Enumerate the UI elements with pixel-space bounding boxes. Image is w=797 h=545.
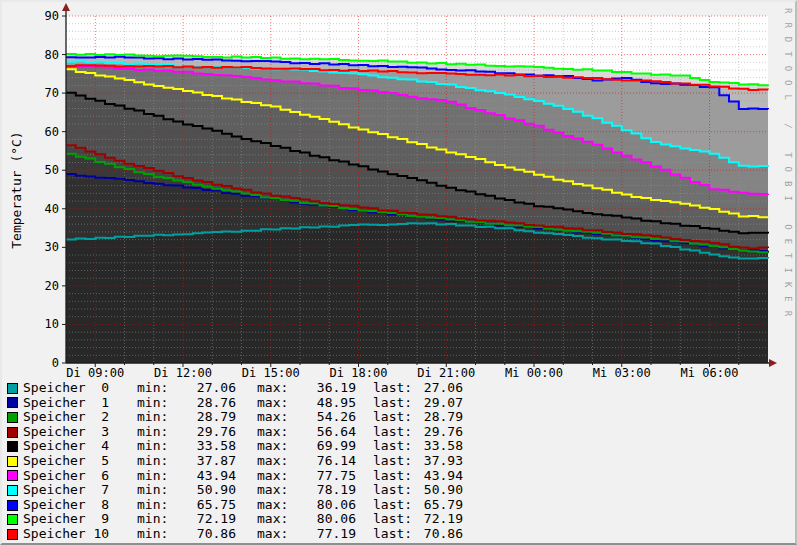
legend-row: Speicher 4min:33.58max:69.99last:33.58: [0, 439, 797, 454]
svg-text:30: 30: [45, 240, 59, 254]
legend-last-value: 50.90: [413, 483, 463, 498]
legend-swatch: [7, 529, 18, 540]
legend-row: Speicher 5min:37.87max:76.14last:37.93: [0, 454, 797, 469]
legend-row: Speicher 7min:50.90max:78.19last:50.90: [0, 483, 797, 498]
legend-row: Speicher 10min:70.86max:77.19last:70.86: [0, 527, 797, 542]
svg-text:70: 70: [45, 86, 59, 100]
legend-max-label: max:: [257, 469, 289, 484]
legend-max-value: 77.75: [289, 469, 356, 484]
legend-min-value: 33.58: [169, 439, 236, 454]
svg-text:20: 20: [45, 279, 59, 293]
legend-last-value: 37.93: [413, 454, 463, 469]
x-tick-label: Mi 00:00: [505, 366, 563, 380]
legend-min-value: 29.76: [169, 425, 236, 440]
legend-min-value: 43.94: [169, 469, 236, 484]
legend-min-label: min:: [137, 410, 169, 425]
legend-last-label: last:: [373, 527, 413, 542]
x-tick-label: Di 21:00: [417, 366, 475, 380]
legend-series-name: Speicher 2: [23, 410, 137, 425]
legend-row: Speicher 0min:27.06max:36.19last:27.06: [0, 381, 797, 396]
legend-series-name: Speicher 1: [23, 396, 137, 411]
legend-max-value: 48.95: [289, 396, 356, 411]
x-tick-label: Di 12:00: [154, 366, 212, 380]
svg-text:40: 40: [45, 202, 59, 216]
legend-last-label: last:: [373, 512, 413, 527]
legend-series-name: Speicher 5: [23, 454, 137, 469]
y-axis-title: Temperatur (°C): [9, 131, 24, 248]
legend-last-value: 43.94: [413, 469, 463, 484]
legend-series-name: Speicher 3: [23, 425, 137, 440]
legend-max-label: max:: [257, 454, 289, 469]
legend-last-value: 72.19: [413, 512, 463, 527]
legend-min-label: min:: [137, 381, 169, 396]
legend-series-name: Speicher 9: [23, 512, 137, 527]
legend-last-label: last:: [373, 439, 413, 454]
x-tick-label: Di 18:00: [330, 366, 388, 380]
legend-min-value: 28.76: [169, 396, 236, 411]
legend-series-name: Speicher 6: [23, 469, 137, 484]
legend-swatch: [7, 514, 18, 525]
legend-swatch: [7, 470, 18, 481]
legend-min-label: min:: [137, 469, 169, 484]
legend-last-value: 28.79: [413, 410, 463, 425]
legend-max-value: 77.19: [289, 527, 356, 542]
legend-series-name: Speicher 10: [23, 527, 137, 542]
legend-swatch: [7, 383, 18, 394]
x-tick-label: Di 09:00: [66, 366, 124, 380]
svg-text:50: 50: [45, 163, 59, 177]
legend-last-label: last:: [373, 469, 413, 484]
legend-last-label: last:: [373, 381, 413, 396]
legend-last-label: last:: [373, 498, 413, 513]
legend-min-label: min:: [137, 527, 169, 542]
legend-max-label: max:: [257, 396, 289, 411]
x-tick-label: Mi 06:00: [681, 366, 739, 380]
legend-max-label: max:: [257, 381, 289, 396]
legend-swatch: [7, 397, 18, 408]
legend-swatch: [7, 427, 18, 438]
legend-max-label: max:: [257, 483, 289, 498]
legend-min-label: min:: [137, 512, 169, 527]
legend-swatch: [7, 456, 18, 467]
svg-text:60: 60: [45, 125, 59, 139]
legend-series-name: Speicher 8: [23, 498, 137, 513]
x-tick-label: Mi 03:00: [593, 366, 651, 380]
legend-min-value: 37.87: [169, 454, 236, 469]
legend-row: Speicher 3min:29.76max:56.64last:29.76: [0, 425, 797, 440]
legend-min-value: 28.79: [169, 410, 236, 425]
legend-max-label: max:: [257, 439, 289, 454]
svg-text:80: 80: [45, 48, 59, 62]
x-tick-label: Di 15:00: [242, 366, 300, 380]
legend-row: Speicher 1min:28.76max:48.95last:29.07: [0, 396, 797, 411]
legend-min-value: 50.90: [169, 483, 236, 498]
svg-text:90: 90: [45, 9, 59, 23]
legend-min-value: 72.19: [169, 512, 236, 527]
svg-text:10: 10: [45, 317, 59, 331]
legend-last-label: last:: [373, 396, 413, 411]
legend-last-value: 27.06: [413, 381, 463, 396]
legend-max-value: 56.64: [289, 425, 356, 440]
legend-last-value: 29.07: [413, 396, 463, 411]
legend-row: Speicher 2min:28.79max:54.26last:28.79: [0, 410, 797, 425]
legend: Speicher 0min:27.06max:36.19last:27.06Sp…: [0, 381, 797, 542]
legend-series-name: Speicher 0: [23, 381, 137, 396]
legend-swatch: [7, 500, 18, 511]
legend-max-value: 80.06: [289, 512, 356, 527]
legend-min-label: min:: [137, 425, 169, 440]
legend-row: Speicher 9min:72.19max:80.06last:72.19: [0, 512, 797, 527]
svg-text:0: 0: [52, 356, 59, 370]
legend-min-value: 70.86: [169, 527, 236, 542]
rrdtool-watermark: RRDTOOL / TOBI OETIKER: [783, 8, 793, 325]
legend-series-name: Speicher 7: [23, 483, 137, 498]
legend-last-value: 65.79: [413, 498, 463, 513]
legend-min-label: min:: [137, 439, 169, 454]
legend-min-label: min:: [137, 483, 169, 498]
legend-max-value: 80.06: [289, 498, 356, 513]
legend-max-label: max:: [257, 410, 289, 425]
legend-max-value: 36.19: [289, 381, 356, 396]
legend-last-label: last:: [373, 425, 413, 440]
legend-row: Speicher 6min:43.94max:77.75last:43.94: [0, 469, 797, 484]
temperature-chart: 0102030405060708090Di 09:00Di 12:00Di 15…: [0, 0, 797, 380]
legend-max-label: max:: [257, 527, 289, 542]
legend-last-value: 70.86: [413, 527, 463, 542]
legend-max-value: 69.99: [289, 439, 356, 454]
